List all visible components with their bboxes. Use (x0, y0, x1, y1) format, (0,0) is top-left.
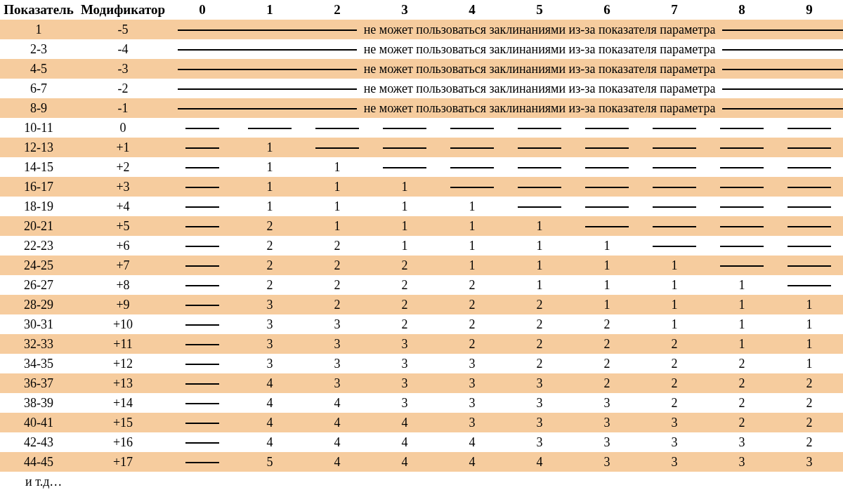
cell-spell: 2 (236, 256, 303, 275)
cell-score: 36-37 (0, 373, 77, 393)
cell-spell: 3 (506, 373, 573, 393)
cell-modifier: -3 (77, 59, 169, 79)
cell-cannot-cast: не может пользоваться заклинаниями из-за… (236, 79, 843, 98)
table-row: 42-43+16444433332 (0, 432, 843, 452)
dash-icon (315, 147, 359, 149)
col-spell-2: 2 (303, 0, 371, 20)
cell-spell: 1 (236, 197, 303, 216)
cell-spell: 4 (438, 432, 506, 452)
table-row: 2-3-4не может пользоваться заклинаниями … (0, 39, 843, 59)
cell-spell: 2 (641, 354, 708, 373)
cell-spell: 1 (506, 236, 573, 256)
cell-spell (708, 256, 776, 275)
ability-modifier-table: Показатель Модификатор 0 1 2 3 4 5 6 7 8… (0, 0, 843, 491)
table-footer-row: и т.д… (0, 472, 843, 491)
cell-spell: 2 (438, 334, 506, 354)
cell-spell: 1 (776, 295, 843, 314)
cell-modifier: +14 (77, 393, 169, 413)
cell-spell: 3 (573, 413, 641, 432)
cell-spell: 3 (371, 354, 438, 373)
cell-spell: 3 (708, 432, 776, 452)
cell-spell (371, 138, 438, 157)
cell-spell: 1 (303, 177, 371, 197)
cell-spell: 4 (236, 413, 303, 432)
cell-cannot-cast: не может пользоваться заклинаниями из-за… (236, 59, 843, 79)
cell-spell: 3 (236, 295, 303, 314)
cell-modifier: +5 (77, 216, 169, 236)
cell-spell: 1 (708, 334, 776, 354)
dash-icon (788, 226, 831, 227)
cell-spell: 4 (371, 413, 438, 432)
cell-spell: 2 (708, 373, 776, 393)
cell-score: 1 (0, 20, 77, 39)
cell-spell (776, 236, 843, 256)
cell-score: 34-35 (0, 354, 77, 373)
table-row: 34-35+12333322221 (0, 354, 843, 373)
cell-spell (169, 334, 236, 354)
cell-spell: 1 (573, 236, 641, 256)
dash-icon (720, 206, 764, 208)
cell-score: 26-27 (0, 275, 77, 295)
col-spell-1: 1 (236, 0, 303, 20)
table-row: 36-37+13433332222 (0, 373, 843, 393)
dash-icon (185, 246, 219, 247)
dash-icon (720, 246, 764, 247)
dash-icon (585, 128, 629, 129)
cell-score: 44-45 (0, 452, 77, 472)
cell-spell: 2 (506, 354, 573, 373)
cell-spell: 4 (506, 452, 573, 472)
dash-icon (720, 167, 764, 168)
cell-modifier: +12 (77, 354, 169, 373)
cell-spell: 3 (303, 354, 371, 373)
table-row: 8-9-1не может пользоваться заклинаниями … (0, 98, 843, 118)
cell-modifier: +6 (77, 236, 169, 256)
cell-spell: 1 (236, 157, 303, 177)
cell-spell: 2 (708, 354, 776, 373)
cell-spell (776, 256, 843, 275)
cell-score: 20-21 (0, 216, 77, 236)
cell-spell: 3 (236, 354, 303, 373)
table-row: 44-45+17544443333 (0, 452, 843, 472)
cell-score: 2-3 (0, 39, 77, 59)
cell-spell: 5 (236, 452, 303, 472)
cell-spell: 1 (303, 216, 371, 236)
cell-spell: 3 (573, 432, 641, 452)
cell-score: 14-15 (0, 157, 77, 177)
cell-spell (708, 236, 776, 256)
cell-spell: 4 (371, 432, 438, 452)
cell-spell (371, 157, 438, 177)
dash-icon (788, 246, 831, 247)
dash-icon (788, 265, 831, 267)
cell-spell: 3 (303, 314, 371, 334)
cell-spell: 1 (303, 157, 371, 177)
cell-modifier: +4 (77, 197, 169, 216)
cell-spell: 1 (371, 236, 438, 256)
cell-score: 8-9 (0, 98, 77, 118)
cell-spell: 4 (236, 432, 303, 452)
cell-score: 10-11 (0, 118, 77, 138)
dash-icon (653, 147, 696, 149)
cell-spell (303, 118, 371, 138)
cell-spell: 1 (708, 295, 776, 314)
cell-spell: 4 (303, 452, 371, 472)
dash-icon (185, 324, 219, 326)
cell-spell (573, 216, 641, 236)
cell-spell: 2 (438, 295, 506, 314)
cell-spell: 2 (641, 334, 708, 354)
dash-icon (185, 206, 219, 208)
dash-icon (720, 128, 764, 129)
cell-modifier: +15 (77, 413, 169, 432)
cell-spell (169, 216, 236, 236)
cell-strike-lead (169, 39, 236, 59)
cell-spell (641, 177, 708, 197)
dash-icon (720, 147, 764, 149)
cell-spell (506, 138, 573, 157)
cell-spell: 1 (641, 314, 708, 334)
dash-icon (585, 147, 629, 149)
dash-icon (585, 226, 629, 227)
cell-spell (169, 177, 236, 197)
cell-spell (776, 197, 843, 216)
dash-icon (585, 167, 629, 168)
cell-modifier: +17 (77, 452, 169, 472)
cell-spell (708, 157, 776, 177)
